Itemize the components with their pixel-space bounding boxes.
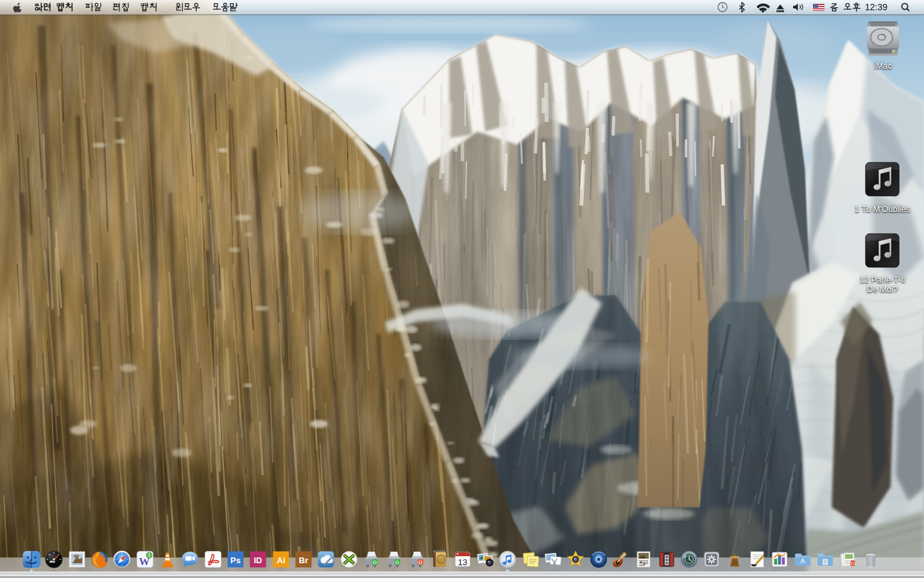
svg-text:Ps: Ps: [230, 556, 241, 565]
svg-text:12:39: 12:39: [865, 2, 887, 12]
svg-text:Br: Br: [299, 556, 308, 565]
svg-text:13: 13: [458, 557, 467, 567]
svg-text:Ai: Ai: [277, 556, 285, 565]
svg-text:ID: ID: [254, 556, 262, 565]
svg-text:@: @: [438, 556, 445, 563]
svg-text:PDF: PDF: [849, 561, 857, 566]
